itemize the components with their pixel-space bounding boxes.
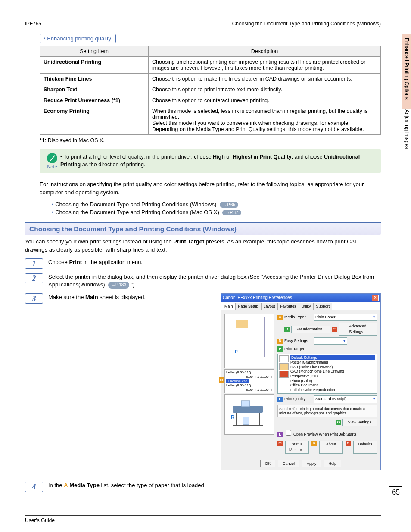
table-row: Thicken Fine LinesChoose this option to … [40, 74, 381, 84]
instruction-paragraph: For instructions on specifying the print… [40, 180, 381, 197]
header-left: iPF765 [25, 21, 41, 27]
section-intro: You can specify your own print settings … [25, 238, 381, 254]
table-row: Sharpen TextChoose this option to print … [40, 84, 381, 95]
table-footnote: *1: Displayed in Mac OS X. [40, 137, 381, 143]
letter-L-tag: L [277, 432, 283, 437]
letter-C-tag: C [332, 327, 337, 332]
letter-B-tag: B [284, 327, 290, 332]
letter-G-tag: G [336, 420, 341, 425]
printer-icon: R [228, 397, 271, 432]
section-heading: Choosing the Document Type and Printing … [25, 222, 381, 235]
xref-link[interactable]: Choosing the Document Type and Printing … [52, 209, 381, 215]
letter-A-tag: A [277, 315, 283, 320]
side-tab-adjusting: Adjusting Images [402, 106, 411, 165]
apply-button[interactable]: Apply [302, 460, 321, 467]
table-row: Reduce Print Unevenness (*1)Choose this … [40, 95, 381, 106]
settings-table: Setting Item Description Unidirectional … [40, 46, 381, 135]
view-settings-button[interactable]: View Settings [342, 419, 377, 426]
header-right: Choosing the Document Type and Printing … [232, 21, 381, 27]
status-monitor-button[interactable]: Status Monitor... [285, 441, 309, 454]
svg-text:R: R [231, 414, 234, 420]
about-button[interactable]: About [319, 441, 343, 454]
printer-preferences-dialog: Canon iPFxxxx Printing Preferences × Mai… [221, 293, 381, 470]
xref-link[interactable]: Choosing the Document Type and Printing … [52, 201, 381, 208]
open-preview-checkbox[interactable] [286, 430, 291, 436]
page-preview: P [224, 314, 274, 368]
th-description: Description [149, 46, 381, 57]
footer: User's Guide [25, 515, 381, 523]
th-setting: Setting Item [40, 46, 149, 57]
svg-rect-1 [241, 401, 250, 407]
letter-E-tag: E [277, 346, 283, 352]
print-target-list[interactable]: Default Settings Poster [Graphic/Image] … [277, 354, 377, 394]
sub-bullet-title: Enhancing printing quality [40, 34, 116, 43]
cancel-button[interactable]: Cancel [278, 460, 299, 467]
tab-favorites[interactable]: Favorites [278, 303, 299, 310]
printer-preview: R [224, 394, 274, 435]
defaults-button[interactable]: Defaults [353, 441, 377, 454]
table-row: Unidirectional PrintingChoosing unidirec… [40, 57, 381, 74]
easy-settings-select[interactable] [314, 337, 347, 345]
svg-rect-6 [243, 417, 249, 425]
step-1: 1 Choose Print in the application menu. [25, 258, 381, 269]
step-2: 2 Select the printer in the dialog box, … [25, 273, 381, 289]
target-description: Suitable for printing normal documents t… [277, 405, 377, 417]
letter-N-tag: N [311, 441, 317, 446]
tab-support[interactable]: Support [314, 303, 333, 310]
step-3: 3 Make sure the Main sheet is displayed.… [25, 293, 381, 470]
page-number: 65 [389, 486, 402, 496]
letter-O-tag: O [219, 377, 224, 383]
table-row: Economy PrintingWhen this mode is select… [40, 106, 381, 135]
tab-layout[interactable]: Layout [261, 303, 278, 310]
advanced-settings-button[interactable]: Advanced Settings... [339, 323, 377, 336]
close-icon[interactable]: × [372, 295, 379, 301]
letter-S-tag: S [346, 441, 351, 446]
side-tab-enhanced: Enhanced Printing Options [402, 34, 411, 109]
page-ref-pill[interactable]: →P.65 [220, 202, 238, 208]
help-button[interactable]: Help [324, 460, 342, 467]
page-ref-pill[interactable]: →P.67 [222, 210, 241, 215]
tab-utility[interactable]: Utility [299, 303, 314, 310]
tab-page-setup[interactable]: Page Setup [236, 303, 261, 310]
get-information-button[interactable]: Get Information... [291, 326, 330, 333]
ok-button[interactable]: OK [260, 460, 275, 467]
dialog-tabs: Main Page Setup Layout Favorites Utility… [221, 302, 380, 310]
print-quality-select[interactable]: Standard (600dpi) [314, 395, 377, 403]
letter-D-tag: D [277, 339, 283, 344]
letter-A-ref: A [64, 482, 68, 488]
size-info: O Letter (8.5"x11") : 8.50 in x 11.00 in… [224, 369, 274, 393]
letter-F-tag: F [277, 397, 283, 402]
note-block: Note To print at a higher level of quali… [40, 149, 381, 173]
media-type-select[interactable]: Plain Paper [314, 314, 377, 321]
letter-M-tag: M [277, 441, 283, 446]
tab-main[interactable]: Main [222, 303, 236, 310]
note-icon [47, 153, 57, 163]
dialog-title: Canon iPFxxxx Printing Preferences [223, 295, 292, 301]
step-4: 4 In the A Media Type list, select the t… [25, 482, 381, 492]
page-ref-pill[interactable]: →P.183 [108, 282, 129, 289]
